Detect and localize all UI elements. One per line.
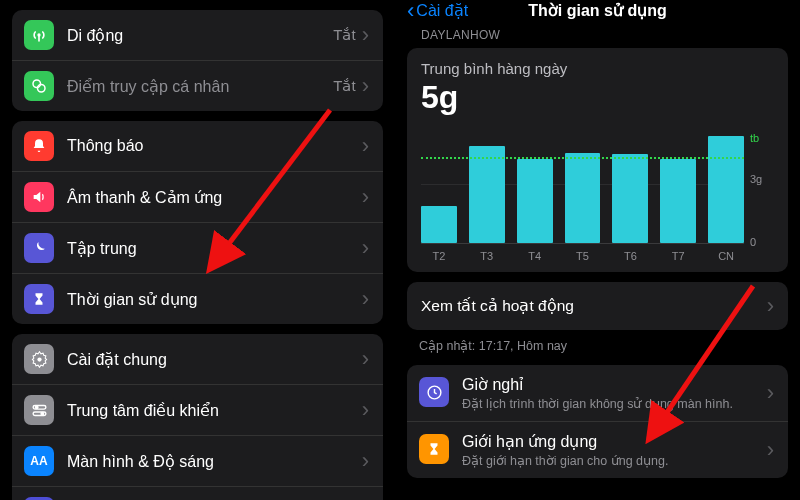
chevron-right-icon: › bbox=[362, 288, 369, 310]
average-value: 5g bbox=[421, 79, 774, 116]
device-caption: DAYLANHOW bbox=[395, 24, 800, 42]
settings-screen: Di động Tắt › Điểm truy cập cá nhân Tắt … bbox=[0, 0, 395, 500]
row-display[interactable]: AA Màn hình & Độ sáng › bbox=[12, 436, 383, 487]
bell-icon bbox=[24, 131, 54, 161]
chart-bar bbox=[660, 159, 696, 243]
chevron-right-icon: › bbox=[767, 295, 774, 317]
chevron-right-icon: › bbox=[767, 439, 774, 461]
daily-average-card: Trung bình hàng ngày 5g T2T3T4T5T6T7CN t… bbox=[407, 48, 788, 272]
row-value: Tắt bbox=[333, 77, 355, 95]
row-downtime[interactable]: Giờ nghỉ Đặt lịch trình thời gian không … bbox=[407, 365, 788, 422]
see-all-label: Xem tất cả hoạt động bbox=[421, 297, 767, 315]
chevron-right-icon: › bbox=[362, 237, 369, 259]
row-sounds[interactable]: Âm thanh & Cảm ứng › bbox=[12, 172, 383, 223]
row-value: Tắt bbox=[333, 26, 355, 44]
chart-bar bbox=[517, 159, 553, 243]
toggles-icon bbox=[24, 395, 54, 425]
hourglass-icon bbox=[419, 434, 449, 464]
hotspot-icon bbox=[24, 71, 54, 101]
row-subtitle: Đặt lịch trình thời gian không sử dụng m… bbox=[462, 396, 767, 411]
svg-point-7 bbox=[41, 412, 44, 415]
chart-bar bbox=[708, 136, 744, 243]
row-label: Cài đặt chung bbox=[67, 350, 362, 369]
svg-point-6 bbox=[35, 406, 38, 409]
chevron-right-icon: › bbox=[362, 186, 369, 208]
row-hotspot[interactable]: Điểm truy cập cá nhân Tắt › bbox=[12, 61, 383, 111]
page-title: Thời gian sử dụng bbox=[528, 1, 666, 20]
row-label: Thông báo bbox=[67, 137, 362, 155]
chart-bar bbox=[565, 153, 601, 243]
svg-point-3 bbox=[37, 357, 41, 361]
cellular-icon bbox=[24, 20, 54, 50]
chevron-left-icon: ‹ bbox=[407, 5, 414, 16]
hourglass-icon bbox=[24, 284, 54, 314]
row-subtitle: Đặt giới hạn thời gian cho ứng dụng. bbox=[462, 453, 767, 468]
chevron-right-icon: › bbox=[362, 348, 369, 370]
chevron-right-icon: › bbox=[362, 75, 369, 97]
usage-chart bbox=[421, 126, 744, 244]
row-label: Điểm truy cập cá nhân bbox=[67, 77, 333, 96]
row-focus[interactable]: Tập trung › bbox=[12, 223, 383, 274]
chevron-right-icon: › bbox=[362, 450, 369, 472]
chart-bar bbox=[612, 154, 648, 243]
row-label: Di động bbox=[67, 26, 333, 45]
row-cellular[interactable]: Di động Tắt › bbox=[12, 10, 383, 61]
nav-header: ‹ Cài đặt Thời gian sử dụng bbox=[395, 0, 800, 24]
updated-text: Cập nhật: 17:17, Hôm nay bbox=[395, 330, 800, 357]
card-title: Trung bình hàng ngày bbox=[421, 60, 774, 77]
chevron-right-icon: › bbox=[362, 24, 369, 46]
chart-x-labels: T2T3T4T5T6T7CN bbox=[421, 250, 744, 262]
screentime-screen: ‹ Cài đặt Thời gian sử dụng DAYLANHOW Tr… bbox=[395, 0, 800, 500]
screentime-options: Giờ nghỉ Đặt lịch trình thời gian không … bbox=[407, 365, 788, 478]
text-size-icon: AA bbox=[24, 446, 54, 476]
row-app-limits[interactable]: Giới hạn ứng dụng Đặt giới hạn thời gian… bbox=[407, 422, 788, 478]
gear-icon bbox=[24, 344, 54, 374]
row-label: Âm thanh & Cảm ứng bbox=[67, 188, 362, 207]
row-notifications[interactable]: Thông báo › bbox=[12, 121, 383, 172]
chevron-right-icon: › bbox=[362, 135, 369, 157]
settings-group-general: Cài đặt chung › Trung tâm điều khiển › A… bbox=[12, 334, 383, 500]
row-general[interactable]: Cài đặt chung › bbox=[12, 334, 383, 385]
back-button[interactable]: ‹ Cài đặt bbox=[407, 1, 468, 20]
see-all-activity[interactable]: Xem tất cả hoạt động › bbox=[407, 282, 788, 330]
row-label: Tập trung bbox=[67, 239, 362, 258]
row-home-screen[interactable]: Màn hình chính › bbox=[12, 487, 383, 500]
settings-group-network: Di động Tắt › Điểm truy cập cá nhân Tắt … bbox=[12, 10, 383, 111]
moon-icon bbox=[24, 233, 54, 263]
svg-point-1 bbox=[33, 80, 41, 88]
row-control-center[interactable]: Trung tâm điều khiển › bbox=[12, 385, 383, 436]
clock-icon bbox=[419, 377, 449, 407]
speaker-icon bbox=[24, 182, 54, 212]
settings-group-notify: Thông báo › Âm thanh & Cảm ứng › Tập tru… bbox=[12, 121, 383, 324]
chevron-right-icon: › bbox=[767, 382, 774, 404]
chart-bar bbox=[421, 206, 457, 243]
chart-bar bbox=[469, 146, 505, 243]
row-title: Giờ nghỉ bbox=[462, 375, 767, 394]
svg-point-2 bbox=[38, 85, 46, 93]
row-title: Giới hạn ứng dụng bbox=[462, 432, 767, 451]
chart-y-labels: tb03g bbox=[744, 116, 774, 262]
row-label: Thời gian sử dụng bbox=[67, 290, 362, 309]
row-screentime[interactable]: Thời gian sử dụng › bbox=[12, 274, 383, 324]
chevron-right-icon: › bbox=[362, 399, 369, 421]
row-label: Trung tâm điều khiển bbox=[67, 401, 362, 420]
row-label: Màn hình & Độ sáng bbox=[67, 452, 362, 471]
